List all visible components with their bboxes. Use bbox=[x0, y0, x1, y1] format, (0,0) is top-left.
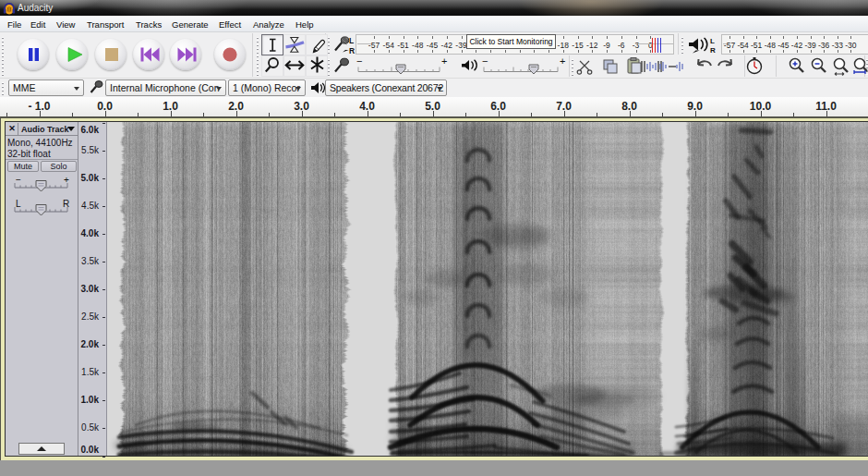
svg-text:−: − bbox=[16, 177, 21, 185]
svg-text:−: − bbox=[356, 56, 362, 67]
svg-text:L: L bbox=[16, 199, 21, 209]
svg-text:−: − bbox=[482, 56, 488, 67]
svg-text:L: L bbox=[349, 36, 354, 45]
svg-text:+: + bbox=[560, 56, 565, 67]
svg-text:R: R bbox=[349, 46, 355, 55]
svg-text:+: + bbox=[64, 177, 69, 185]
svg-text:R: R bbox=[710, 46, 716, 55]
svg-text:R: R bbox=[63, 199, 69, 209]
svg-text:+: + bbox=[441, 56, 447, 67]
svg-text:L: L bbox=[710, 37, 715, 45]
